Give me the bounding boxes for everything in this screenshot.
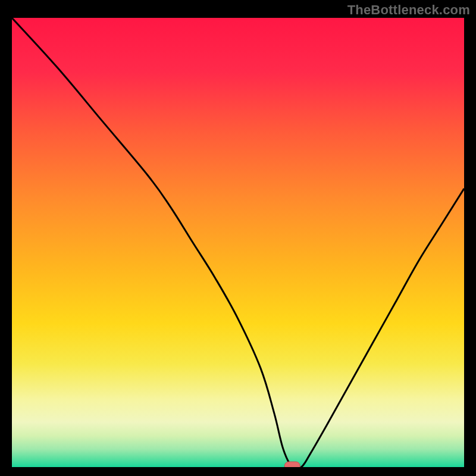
bottleneck-chart [12, 18, 464, 467]
optimal-marker [284, 462, 300, 467]
plot-area [12, 18, 464, 467]
gradient-background [12, 18, 464, 467]
chart-container: TheBottleneck.com [0, 0, 476, 476]
watermark-text: TheBottleneck.com [347, 2, 470, 18]
